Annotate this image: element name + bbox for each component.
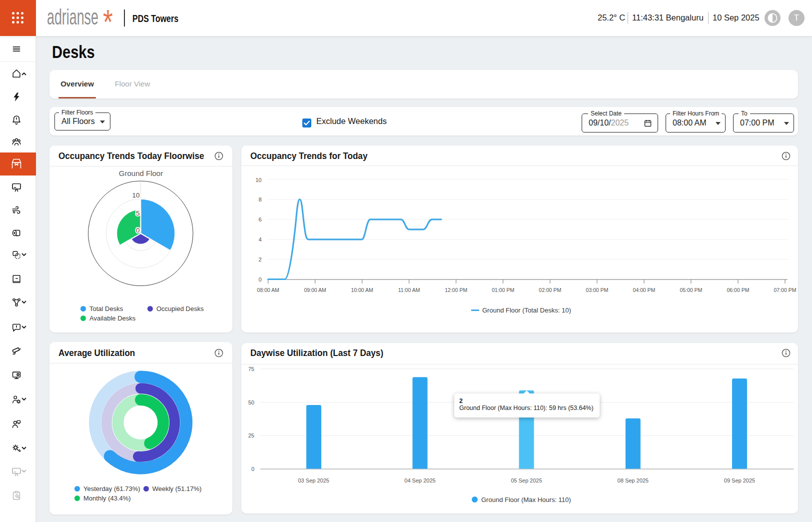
svg-text:25: 25 — [248, 432, 254, 438]
svg-text:11:00 AM: 11:00 AM — [398, 287, 420, 293]
svg-text:50: 50 — [248, 400, 254, 406]
svg-text:08 Sep 2025: 08 Sep 2025 — [618, 478, 649, 484]
svg-text:04 Sep 2025: 04 Sep 2025 — [404, 478, 435, 484]
svg-text:10:00 AM: 10:00 AM — [351, 287, 373, 293]
svg-text:02:00 PM: 02:00 PM — [539, 287, 561, 293]
svg-text:10: 10 — [132, 192, 139, 199]
svg-text:4: 4 — [258, 236, 261, 242]
svg-text:01:00 PM: 01:00 PM — [492, 287, 514, 293]
svg-text:6: 6 — [258, 216, 261, 222]
svg-text:04:00 PM: 04:00 PM — [633, 287, 655, 293]
svg-text:75: 75 — [248, 366, 254, 372]
svg-text:0: 0 — [258, 276, 261, 282]
svg-text:0: 0 — [251, 466, 254, 472]
svg-text:5: 5 — [136, 210, 140, 217]
svg-text:0: 0 — [136, 226, 140, 234]
svg-text:09 Sep 2025: 09 Sep 2025 — [724, 478, 755, 484]
svg-text:07:00 PM: 07:00 PM — [774, 287, 797, 293]
svg-text:05:00 PM: 05:00 PM — [680, 287, 702, 293]
svg-text:09:00 AM: 09:00 AM — [304, 287, 326, 293]
svg-text:03:00 PM: 03:00 PM — [586, 287, 608, 293]
svg-text:03 Sep 2025: 03 Sep 2025 — [298, 478, 329, 484]
svg-text:12:00 PM: 12:00 PM — [445, 287, 467, 293]
svg-text:08:00 AM: 08:00 AM — [257, 287, 279, 293]
svg-text:10: 10 — [255, 177, 261, 183]
svg-text:05 Sep 2025: 05 Sep 2025 — [511, 478, 542, 484]
svg-text:2: 2 — [258, 256, 261, 262]
svg-text:8: 8 — [258, 196, 261, 202]
svg-text:06:00 PM: 06:00 PM — [727, 287, 750, 293]
